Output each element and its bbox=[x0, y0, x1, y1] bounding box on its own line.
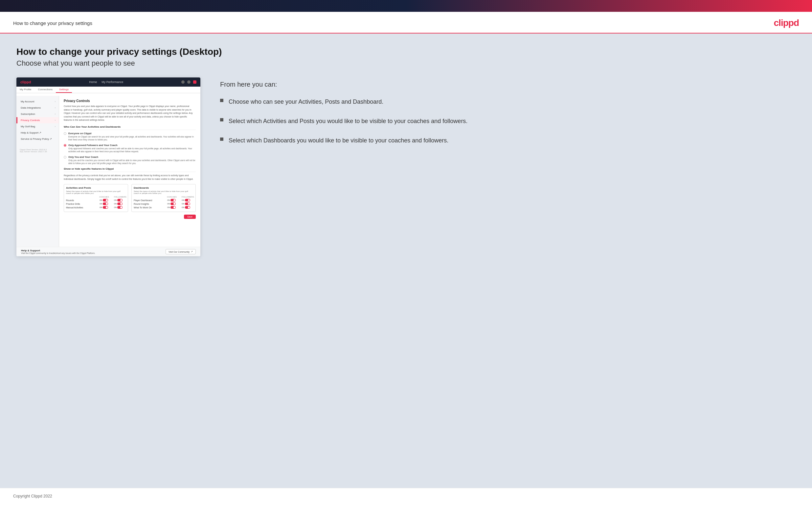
sidebar-item-data-integrations[interactable]: Data Integrations › bbox=[16, 105, 59, 111]
practice-drills-label: Practice Drills bbox=[66, 203, 100, 205]
what-to-work-on-label: What To Work On bbox=[134, 207, 167, 209]
bullet-square-3 bbox=[220, 137, 223, 141]
what-to-work-on-coaches-toggle[interactable]: ON bbox=[167, 206, 179, 209]
dashboards-coaches-col-label: COACHES bbox=[166, 196, 178, 198]
round-insights-followers-toggle[interactable]: ON bbox=[182, 203, 194, 205]
footer-copyright: Copyright Clippd 2022 bbox=[13, 494, 52, 499]
from-here-label: From here you can: bbox=[220, 81, 796, 88]
player-dashboard-followers-toggle[interactable]: ON bbox=[182, 199, 194, 202]
save-button[interactable]: Save bbox=[184, 215, 196, 219]
practice-drills-toggles: ON ON bbox=[100, 203, 126, 205]
header-title: How to change your privacy settings bbox=[13, 20, 92, 26]
app-nav-links: Home My Performance bbox=[89, 80, 123, 84]
app-nav-link-performance: My Performance bbox=[101, 80, 123, 84]
sidebar-item-my-account[interactable]: My Account › bbox=[16, 99, 59, 105]
header: How to change your privacy settings clip… bbox=[0, 12, 812, 34]
radio-you-coach-circle bbox=[64, 156, 66, 159]
rounds-followers-on-label: ON bbox=[114, 199, 117, 201]
round-insights-row: Round Insights ON ON bbox=[134, 203, 194, 205]
show-hide-desc: Regardless of the privacy controls that … bbox=[64, 174, 196, 181]
round-insights-coaches-switch[interactable] bbox=[170, 203, 176, 205]
bullet-text-3: Select which Dashboards you would like t… bbox=[229, 136, 448, 145]
tab-my-profile[interactable]: My Profile bbox=[16, 87, 35, 93]
radio-followers-coach-content: Only Approved Followers and Your Coach O… bbox=[68, 144, 196, 153]
top-bar bbox=[0, 0, 812, 12]
visit-community-label: Visit Our Community bbox=[168, 251, 190, 253]
radio-followers-coach[interactable]: Only Approved Followers and Your Coach O… bbox=[64, 144, 196, 153]
content-row: clippd Home My Performance My Profile Co… bbox=[16, 77, 796, 256]
screenshot-container: clippd Home My Performance My Profile Co… bbox=[16, 77, 200, 256]
chevron-right-icon: › bbox=[55, 125, 55, 128]
save-row: Save bbox=[64, 215, 196, 219]
radio-you-coach-desc: Only you and the coaches you connect wit… bbox=[68, 159, 196, 165]
sidebar-item-my-golf-bag[interactable]: My Golf Bag › bbox=[16, 123, 59, 130]
manual-activities-toggles: ON ON bbox=[100, 206, 126, 209]
dashboards-panel-desc: Select the types of activity that you'd … bbox=[134, 190, 194, 194]
practice-drills-coaches-switch[interactable] bbox=[103, 203, 108, 205]
manual-activities-followers-on-label: ON bbox=[114, 207, 117, 208]
tab-connections[interactable]: Connections bbox=[35, 87, 56, 93]
app-nav-icons bbox=[181, 80, 196, 84]
toggles-section: Activities and Posts Select the types of… bbox=[64, 184, 196, 212]
who-can-see-heading: Who Can See Your Activities and Dashboar… bbox=[64, 125, 196, 130]
chevron-right-icon: › bbox=[55, 119, 55, 121]
dashboards-panel-title: Dashboards bbox=[134, 186, 194, 189]
rounds-toggles: ON ON bbox=[100, 199, 126, 202]
user-icon bbox=[187, 80, 191, 84]
activities-panel-desc: Select the types of activity that you'd … bbox=[66, 190, 126, 194]
manual-activities-followers-switch[interactable] bbox=[117, 206, 122, 209]
help-text-group: Help & Support Visit the Clippd communit… bbox=[21, 249, 95, 254]
what-to-work-on-followers-switch[interactable] bbox=[185, 206, 190, 209]
rounds-followers-switch[interactable] bbox=[117, 199, 122, 202]
player-dashboard-coaches-switch[interactable] bbox=[170, 199, 176, 202]
settings-icon bbox=[193, 80, 196, 84]
info-panel: From here you can: Choose who can see yo… bbox=[220, 77, 796, 156]
round-insights-followers-on-label: ON bbox=[182, 203, 184, 205]
activities-panel-title: Activities and Posts bbox=[66, 186, 126, 189]
round-insights-coaches-toggle[interactable]: ON bbox=[167, 203, 179, 205]
search-icon bbox=[181, 80, 185, 84]
sidebar-item-label: Service & Privacy Policy ↗ bbox=[21, 137, 52, 140]
activities-panel: Activities and Posts Select the types of… bbox=[64, 184, 128, 212]
player-dashboard-followers-switch[interactable] bbox=[185, 199, 190, 202]
sidebar-item-label: My Golf Bag bbox=[21, 125, 35, 128]
radio-everyone[interactable]: Everyone on Clippd Everyone on Clippd ca… bbox=[64, 132, 196, 141]
sidebar-item-privacy-controls[interactable]: Privacy Controls › bbox=[16, 117, 59, 123]
sidebar-item-help-support[interactable]: Help & Support ↗ bbox=[16, 130, 59, 136]
chevron-right-icon: › bbox=[55, 107, 55, 109]
practice-drills-row: Practice Drills ON ON bbox=[66, 203, 126, 205]
tab-settings[interactable]: Settings bbox=[56, 87, 72, 93]
radio-you-coach[interactable]: Only You and Your Coach Only you and the… bbox=[64, 156, 196, 165]
app-main-area: Privacy Controls Control how you and you… bbox=[59, 96, 200, 247]
radio-everyone-desc: Everyone on Clippd can search for you an… bbox=[68, 135, 196, 141]
sidebar-item-service-privacy[interactable]: Service & Privacy Policy ↗ bbox=[16, 136, 59, 142]
rounds-coaches-switch[interactable] bbox=[103, 199, 108, 202]
practice-drills-followers-switch[interactable] bbox=[117, 203, 122, 205]
rounds-followers-toggle[interactable]: ON bbox=[114, 199, 126, 202]
app-body: My Account › Data Integrations › Subscri… bbox=[16, 96, 200, 247]
manual-activities-label: Manual Activities bbox=[66, 207, 100, 209]
manual-activities-followers-toggle[interactable]: ON bbox=[114, 206, 126, 209]
rounds-coaches-toggle[interactable]: ON bbox=[100, 199, 111, 202]
radio-everyone-circle bbox=[64, 132, 66, 135]
visit-community-button[interactable]: Visit Our Community ↗ bbox=[165, 249, 196, 254]
manual-activities-coaches-switch[interactable] bbox=[103, 206, 108, 209]
player-dashboard-row: Player Dashboard ON ON bbox=[134, 199, 194, 202]
logo: clippd bbox=[774, 18, 799, 28]
what-to-work-on-followers-toggle[interactable]: ON bbox=[182, 206, 194, 209]
round-insights-coaches-on-label: ON bbox=[167, 203, 170, 205]
privacy-controls-desc: Control how you and your data appears to… bbox=[64, 105, 196, 122]
radio-you-coach-content: Only You and Your Coach Only you and the… bbox=[68, 156, 196, 165]
what-to-work-on-coaches-on-label: ON bbox=[167, 207, 170, 208]
practice-drills-coaches-toggle[interactable]: ON bbox=[100, 203, 111, 205]
round-insights-toggles: ON ON bbox=[167, 203, 194, 205]
manual-activities-coaches-toggle[interactable]: ON bbox=[100, 206, 111, 209]
bullet-item-3: Select which Dashboards you would like t… bbox=[220, 136, 796, 145]
sidebar-item-subscription[interactable]: Subscription › bbox=[16, 111, 59, 117]
player-dashboard-coaches-toggle[interactable]: ON bbox=[167, 199, 179, 202]
sidebar-version: Clippd Client Version: 2022.8.2SQL Serve… bbox=[16, 146, 59, 156]
what-to-work-on-coaches-switch[interactable] bbox=[170, 206, 176, 209]
practice-drills-followers-toggle[interactable]: ON bbox=[114, 203, 126, 205]
round-insights-followers-switch[interactable] bbox=[185, 203, 190, 205]
what-to-work-on-toggles: ON ON bbox=[167, 206, 194, 209]
